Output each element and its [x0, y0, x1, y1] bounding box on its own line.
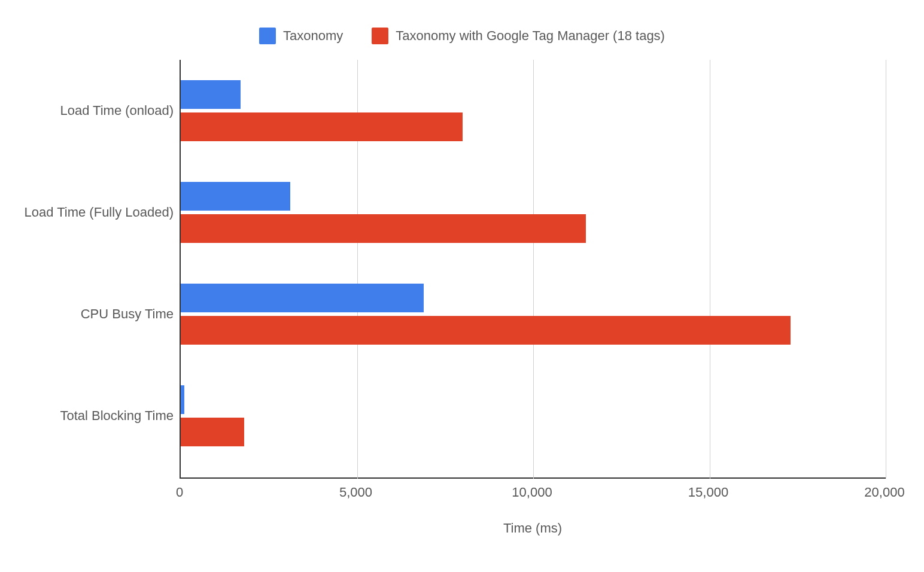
x-axis	[180, 477, 886, 479]
bar-group	[181, 383, 886, 449]
bar-series-1	[181, 418, 244, 446]
x-tick-label: 0	[176, 485, 183, 500]
x-axis-ticks: 05,00010,00015,00020,000	[180, 485, 886, 503]
bar-series-0	[181, 385, 184, 414]
bar-series-0	[181, 284, 424, 312]
y-category-label: CPU Busy Time	[81, 306, 174, 322]
legend-label-0: Taxonomy	[283, 28, 343, 44]
y-category-label: Load Time (onload)	[60, 103, 174, 118]
legend-swatch-0	[259, 28, 276, 44]
x-tick-label: 10,000	[512, 485, 552, 500]
x-tick-label: 15,000	[688, 485, 728, 500]
bar-series-1	[181, 316, 791, 345]
gridline	[886, 60, 886, 479]
legend-swatch-1	[372, 28, 388, 44]
legend: Taxonomy Taxonomy with Google Tag Manage…	[0, 28, 924, 44]
bar-series-1	[181, 214, 586, 243]
x-tick-label: 20,000	[864, 485, 904, 500]
bar-series-1	[181, 112, 463, 141]
plot-area	[180, 60, 886, 479]
bar-group	[181, 78, 886, 144]
y-axis-labels: Load Time (onload)Load Time (Fully Loade…	[0, 60, 174, 479]
legend-label-1: Taxonomy with Google Tag Manager (18 tag…	[396, 28, 665, 44]
bar-chart: Taxonomy Taxonomy with Google Tag Manage…	[0, 0, 924, 572]
bar-group	[181, 179, 886, 245]
bar-series-0	[181, 80, 241, 109]
x-tick-label: 5,000	[339, 485, 372, 500]
x-axis-title: Time (ms)	[180, 521, 886, 536]
y-category-label: Load Time (Fully Loaded)	[25, 205, 174, 220]
legend-item-0: Taxonomy	[259, 28, 343, 44]
y-category-label: Total Blocking Time	[60, 408, 174, 424]
bar-series-0	[181, 182, 290, 211]
bar-group	[181, 281, 886, 347]
legend-item-1: Taxonomy with Google Tag Manager (18 tag…	[372, 28, 665, 44]
